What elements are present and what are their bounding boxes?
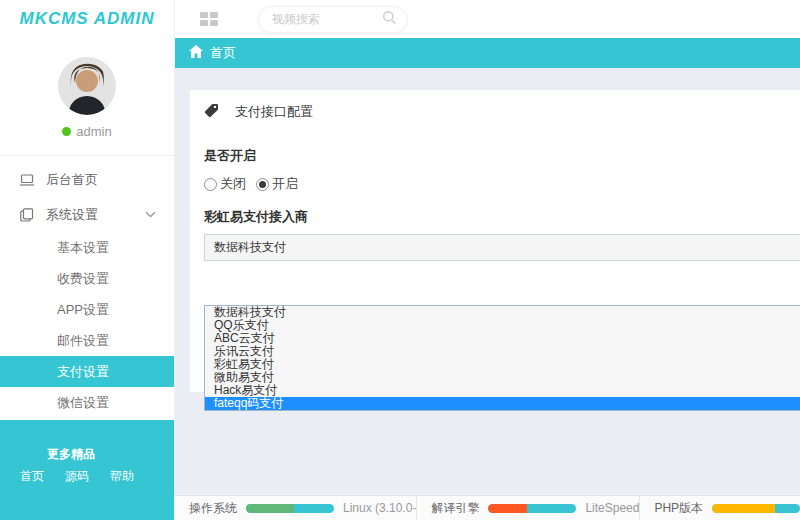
sidebar-item-dashboard[interactable]: 后台首页 (0, 162, 174, 197)
panel-header: 支付接口配置 (204, 103, 800, 121)
dropdown-option[interactable]: 乐讯云支付 (205, 345, 800, 358)
sidebar-subitem-payment[interactable]: 支付设置 (0, 356, 174, 387)
enable-radio-group: 关闭 开启 (204, 175, 800, 193)
tag-icon (204, 103, 219, 121)
sidebar-item-label: 后台首页 (46, 171, 98, 189)
dropdown-option[interactable]: 彩虹易支付 (205, 358, 800, 371)
search-input[interactable] (272, 12, 382, 26)
enable-label: 是否开启 (204, 147, 800, 165)
dropdown-option[interactable]: Hack易支付 (205, 384, 800, 397)
sidebar: MKCMS ADMIN admin 后台首页 (0, 0, 175, 520)
avatar-wrap (0, 57, 174, 115)
sidebar-item-system-settings[interactable]: 系统设置 (0, 197, 174, 232)
status-engine: 解译引擎 LiteSpeed (416, 496, 639, 520)
search-box (258, 6, 408, 33)
apps-grid-icon[interactable] (200, 12, 218, 26)
footer-title: 更多精品 (47, 446, 174, 463)
sidebar-subitem-billing[interactable]: 收费设置 (0, 263, 174, 294)
status-os: 操作系统 Linux (3.10.0- (175, 496, 416, 520)
content: 支付接口配置 是否开启 关闭 开启 彩虹易支付接入商 数据科技支付 数据科技支付 (175, 68, 800, 495)
dropdown-option[interactable]: 数据科技支付 (205, 306, 800, 319)
topbar (175, 0, 800, 38)
provider-select[interactable]: 数据科技支付 (204, 234, 800, 261)
provider-dropdown: 数据科技支付 QQ乐支付 ABC云支付 乐讯云支付 彩虹易支付 微助易支付 Ha… (204, 305, 800, 411)
username: admin (76, 124, 111, 139)
status-os-progressbar (246, 504, 334, 513)
sidebar-footer: 更多精品 首页 源码 帮助 (0, 420, 174, 520)
sidebar-subitem-app[interactable]: APP设置 (0, 294, 174, 325)
footer-link-source[interactable]: 源码 (65, 468, 89, 485)
status-bar: 操作系统 Linux (3.10.0- 解译引擎 LiteSpeed PHP版本… (175, 495, 800, 520)
status-engine-progressbar (488, 504, 576, 513)
status-php-progressbar (712, 504, 800, 513)
sidebar-item-label: 系统设置 (46, 206, 98, 224)
sidebar-nav: 后台首页 系统设置 基本设置 收费设置 APP设置 邮件设置 支付设置 微信设置 (0, 162, 174, 418)
payment-config-panel: 支付接口配置 是否开启 关闭 开启 彩虹易支付接入商 数据科技支付 数据科技支付 (190, 90, 800, 392)
status-engine-value: LiteSpeed (585, 501, 639, 515)
panel-title: 支付接口配置 (235, 103, 313, 121)
footer-links: 首页 源码 帮助 (20, 468, 174, 485)
main-area: 首页 支付接口配置 是否开启 关闭 开启 彩虹易支付接入商 (175, 0, 800, 520)
dropdown-option-highlighted[interactable]: fateqq码支付 (205, 397, 800, 410)
avatar-image (58, 57, 116, 115)
brand-logo: MKCMS ADMIN (0, 0, 174, 29)
radio-open[interactable]: 开启 (256, 175, 298, 193)
footer-link-help[interactable]: 帮助 (110, 468, 134, 485)
chevron-down-icon (145, 211, 156, 218)
status-os-label: 操作系统 (189, 500, 237, 517)
status-php: PHP版本 5.6.40 (639, 496, 800, 520)
online-dot-icon (62, 127, 71, 136)
sidebar-subitem-basic[interactable]: 基本设置 (0, 232, 174, 263)
breadcrumb-home[interactable]: 首页 (210, 44, 236, 62)
dropdown-option[interactable]: 微助易支付 (205, 371, 800, 384)
radio-open-label: 开启 (272, 175, 298, 193)
provider-label: 彩虹易支付接入商 (204, 208, 800, 226)
search-icon[interactable] (382, 10, 397, 28)
status-php-label: PHP版本 (654, 500, 703, 517)
dropdown-option[interactable]: QQ乐支付 (205, 319, 800, 332)
sidebar-subitem-mail[interactable]: 邮件设置 (0, 325, 174, 356)
footer-link-home[interactable]: 首页 (20, 468, 44, 485)
sidebar-divider (0, 155, 174, 156)
radio-close-icon (204, 178, 217, 191)
avatar[interactable] (58, 57, 116, 115)
status-os-value: Linux (3.10.0- (343, 501, 416, 515)
radio-close[interactable]: 关闭 (204, 175, 246, 193)
user-row: admin (0, 124, 174, 139)
copy-icon (19, 207, 35, 223)
status-engine-label: 解译引擎 (431, 500, 479, 517)
sidebar-subitem-wechat[interactable]: 微信设置 (0, 387, 174, 418)
laptop-icon (19, 172, 35, 188)
provider-select-value: 数据科技支付 (214, 239, 286, 256)
radio-close-label: 关闭 (220, 175, 246, 193)
home-icon (189, 45, 203, 61)
dropdown-option[interactable]: ABC云支付 (205, 332, 800, 345)
breadcrumb: 首页 (175, 38, 800, 68)
radio-open-icon (256, 178, 269, 191)
